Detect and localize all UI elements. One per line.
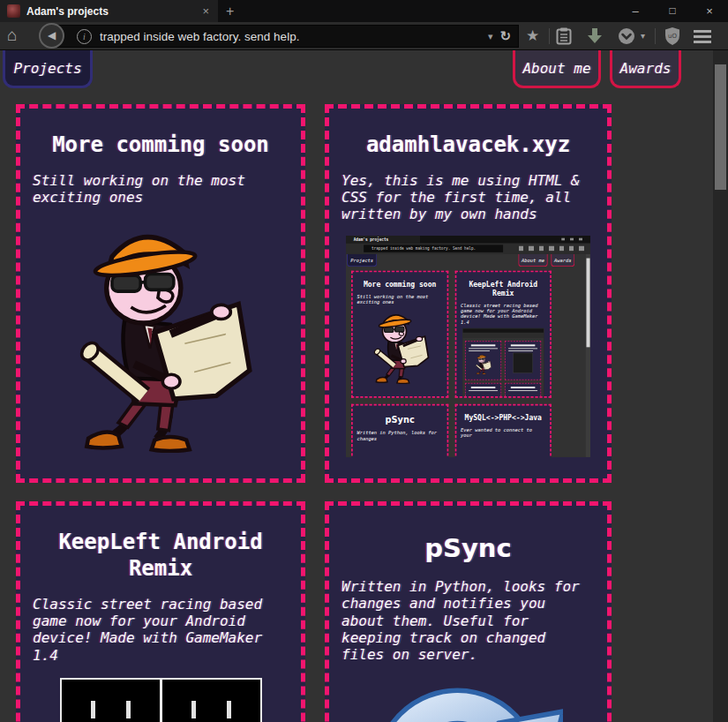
home-icon[interactable]: ⌂	[7, 26, 17, 45]
tiny-titlebar	[462, 328, 544, 333]
menu-hamburger-icon[interactable]	[694, 30, 711, 33]
maximize-button[interactable]: □	[654, 0, 691, 22]
mini-nav-label: About me	[522, 257, 544, 262]
scrollbar-thumb[interactable]	[715, 64, 726, 190]
nav-awards-label: Awards	[620, 60, 672, 77]
tiny-card	[465, 382, 501, 397]
toolbar-divider	[549, 28, 550, 44]
card-description: Classic street racing based game now for…	[33, 596, 289, 664]
url-text[interactable]: trapped inside web factory. send help.	[100, 30, 488, 43]
mini-card-title: More comming soon	[356, 280, 444, 289]
mini-card-title: KeepLeft Android Remix	[460, 280, 546, 297]
pocket-dropdown-icon[interactable]: ▾	[641, 31, 645, 41]
game-road-panel	[62, 680, 160, 722]
tab-close-icon[interactable]: ×	[202, 4, 209, 18]
close-button[interactable]: ×	[691, 0, 728, 22]
tiny-card	[505, 382, 541, 397]
mini-nav-awards: Awards	[551, 253, 574, 266]
text-smudge	[508, 348, 537, 349]
mini-card-description: Written in Python, looks for changes	[356, 430, 442, 441]
text-smudge	[471, 387, 496, 388]
mini-toolbar: trapped inside web making factory. Send …	[346, 243, 590, 253]
reload-icon[interactable]: ↻	[499, 28, 511, 44]
mini-card-description: Ever wanted to connect to your	[461, 426, 545, 438]
mini-webpage: Projects About me Awards More comming so…	[346, 253, 590, 456]
mini-card-title: pSync	[356, 414, 444, 425]
card-adamhlavacek-xyz: adamhlavacek.xyz Yes, this is me using H…	[325, 104, 612, 483]
nav-about-me-button[interactable]: About me	[513, 50, 601, 88]
page-scrollbar[interactable]	[713, 50, 728, 722]
mini-nav-projects: Projects	[347, 253, 377, 266]
mini-titlebar: Adam's projects	[346, 236, 590, 244]
mini-tab-title: Adam's projects	[346, 236, 420, 244]
mini-card-keepleft: KeepLeft Android Remix Classic street ra…	[455, 270, 552, 397]
mini-page: Adam's projects trapped inside web makin…	[346, 236, 590, 457]
nav-about-label: About me	[522, 60, 590, 77]
reading-list-icon[interactable]	[556, 27, 572, 45]
card-title: KeepLeft Android Remix	[31, 529, 290, 582]
bookmark-star-icon[interactable]: ★	[526, 26, 539, 45]
mini-card-psync: pSync Written in Python, looks for chang…	[351, 403, 448, 456]
architect-cartoon-image	[66, 213, 256, 455]
nav-projects-button[interactable]: Projects	[3, 50, 93, 88]
card-title: More comming soon	[31, 132, 290, 158]
card-psync: pSync Written in Python, looks for chang…	[325, 501, 612, 722]
game-screenshot-image	[60, 678, 262, 722]
card-description: Still working on the most exciting ones	[33, 172, 289, 206]
new-tab-button[interactable]: +	[226, 2, 234, 20]
text-smudge	[469, 390, 498, 391]
mini-card-more: More comming soon Still working on the m…	[351, 270, 448, 397]
text-smudge	[508, 390, 537, 391]
tiny-screenshot-placeholder	[514, 352, 533, 372]
card-title: adamhlavacek.xyz	[340, 132, 597, 158]
lane-marking	[191, 701, 196, 718]
tiny-toolbar	[462, 332, 544, 337]
lane-marking	[126, 701, 131, 718]
text-smudge	[471, 344, 496, 346]
pocket-icon[interactable]	[618, 27, 635, 45]
text-smudge	[508, 350, 533, 351]
card-title: pSync	[340, 532, 597, 564]
minimize-button[interactable]: –	[617, 0, 654, 22]
site-info-icon[interactable]: i	[77, 29, 92, 44]
tiny-card	[505, 341, 541, 380]
tiny-architect-cartoon	[475, 352, 492, 374]
card-more-coming-soon: More comming soon Still working on the m…	[16, 104, 305, 483]
browser-tab[interactable]: Adam's projects ×	[0, 0, 218, 22]
mini-window-controls	[561, 237, 588, 240]
tiny-screenshot-image	[462, 327, 544, 397]
mini-card-mysql: MySQL<->PHP<->Java Ever wanted to connec…	[455, 403, 552, 456]
url-bar[interactable]: i trapped inside web factory. send help.…	[56, 25, 519, 48]
nav-projects-label: Projects	[13, 60, 81, 77]
url-dropdown-icon[interactable]: ▾	[488, 31, 493, 42]
ublock-shield-icon[interactable]: uO	[664, 26, 681, 46]
text-smudge	[469, 350, 490, 351]
mini-toolbar-icons	[519, 245, 587, 250]
window-controls: – □ ×	[617, 0, 728, 22]
text-smudge	[511, 387, 536, 388]
sync-arrow-icon	[373, 675, 563, 722]
mini-architect-cartoon	[370, 307, 431, 385]
mini-nav-label: Awards	[554, 257, 571, 262]
text-smudge	[469, 348, 498, 349]
browser-titlebar: Adam's projects × + – □ ×	[0, 0, 728, 22]
mini-scrollbar	[586, 253, 590, 456]
download-icon[interactable]	[586, 27, 604, 45]
lane-marking	[227, 701, 231, 718]
mini-project-grid: More comming soon Still working on the m…	[351, 270, 552, 456]
lane-marking	[91, 701, 95, 718]
mini-card-title: MySQL<->PHP<->Java	[460, 413, 546, 422]
svg-text:uO: uO	[668, 33, 677, 40]
toolbar-divider	[655, 28, 656, 44]
mini-scrollbar-thumb	[586, 258, 589, 347]
mini-card-description: Still working on the most exciting ones	[356, 293, 442, 305]
tab-title: Adam's projects	[26, 5, 202, 18]
back-button-icon[interactable]: ◀	[39, 23, 64, 49]
tab-favicon	[7, 4, 20, 18]
card-keepleft-android-remix: KeepLeft Android Remix Classic street ra…	[16, 501, 305, 722]
game-road-panel	[162, 680, 260, 722]
card-description: Yes, this is me using HTML & CSS for the…	[341, 172, 595, 223]
nav-awards-button[interactable]: Awards	[610, 50, 681, 88]
mini-nav-about: About me	[518, 253, 548, 266]
card-description: Written in Python, looks for changes and…	[341, 578, 595, 663]
